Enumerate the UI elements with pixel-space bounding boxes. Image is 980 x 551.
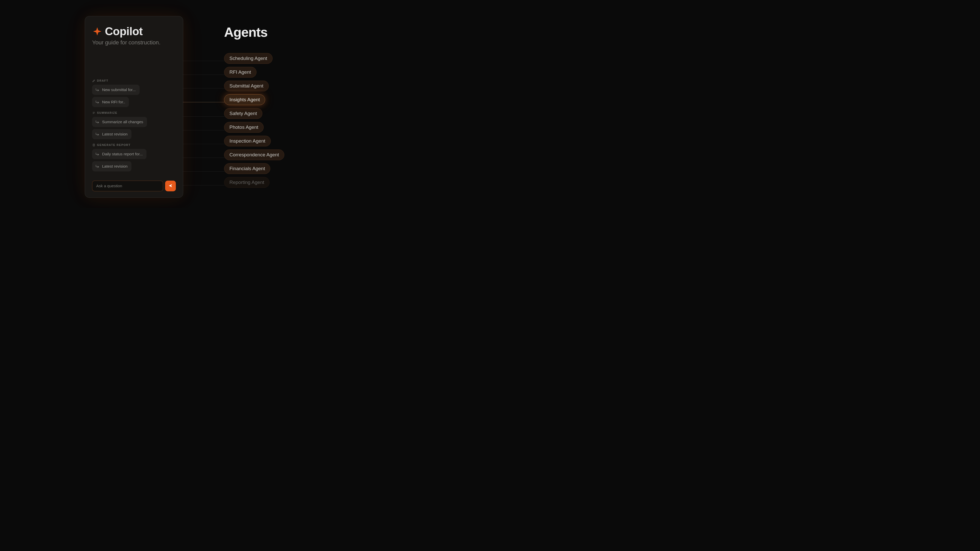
- suggestion-chips-summarize: Summarize all changes Latest revision: [92, 117, 176, 139]
- reply-arrow-icon: [95, 88, 100, 92]
- document-icon: [92, 143, 95, 146]
- agent-photos-agent[interactable]: Photos Agent: [224, 122, 264, 133]
- list-icon: [92, 111, 95, 114]
- agent-reporting-agent[interactable]: Reporting Agent: [224, 177, 269, 188]
- suggestion-daily-status-report[interactable]: Daily status report for...: [92, 149, 146, 159]
- copilot-logo-icon: [92, 26, 102, 37]
- section-label-text: DRAFT: [97, 79, 108, 82]
- copilot-title-row: Copilot: [92, 25, 176, 38]
- reply-arrow-icon: [95, 164, 100, 168]
- agent-scheduling-agent[interactable]: Scheduling Agent: [224, 53, 272, 64]
- pencil-icon: [92, 79, 95, 82]
- section-label-draft: DRAFT: [92, 79, 176, 82]
- send-icon: [168, 183, 173, 189]
- suggestion-sections: DRAFT New submittal for... New RFI for..: [92, 79, 176, 191]
- chip-text: Latest revision: [102, 164, 127, 168]
- connector-line: [183, 88, 224, 89]
- connector-line: [183, 185, 224, 186]
- send-button[interactable]: [165, 181, 176, 191]
- question-input[interactable]: [92, 181, 163, 191]
- suggestion-latest-revision-report[interactable]: Latest revision: [92, 161, 131, 171]
- chip-text: Latest revision: [102, 132, 127, 137]
- copilot-title: Copilot: [105, 25, 143, 38]
- suggestion-new-rfi[interactable]: New RFI for..: [92, 97, 129, 107]
- copilot-panel: Copilot Your guide for construction. DRA…: [85, 16, 183, 198]
- connector-line: [183, 130, 224, 130]
- connector-line: [183, 116, 224, 117]
- section-summarize: SUMMARIZE Summarize all changes Latest r…: [92, 111, 176, 139]
- agent-rfi-agent[interactable]: RFI Agent: [224, 67, 256, 78]
- reply-arrow-icon: [95, 152, 100, 156]
- section-label-text: GENERATE REPORT: [97, 143, 130, 146]
- section-label-generate-report: GENERATE REPORT: [92, 143, 176, 146]
- suggestion-new-submittal[interactable]: New submittal for...: [92, 85, 140, 95]
- connector-line-highlighted: [183, 102, 224, 102]
- agent-safety-agent[interactable]: Safety Agent: [224, 108, 262, 119]
- agents-title: Agents: [224, 24, 284, 40]
- agent-list: Scheduling AgentRFI AgentSubmittal Agent…: [224, 53, 284, 188]
- reply-arrow-icon: [95, 120, 100, 124]
- copilot-subtitle: Your guide for construction.: [92, 39, 176, 46]
- suggestion-summarize-changes[interactable]: Summarize all changes: [92, 117, 147, 127]
- input-row: [92, 181, 176, 191]
- reply-arrow-icon: [95, 100, 100, 104]
- suggestion-latest-revision[interactable]: Latest revision: [92, 129, 131, 139]
- chip-text: New submittal for...: [102, 87, 136, 92]
- agent-correspondence-agent[interactable]: Correspondence Agent: [224, 149, 284, 160]
- suggestion-chips-draft: New submittal for... New RFI for..: [92, 85, 176, 107]
- section-label-text: SUMMARIZE: [97, 111, 118, 114]
- agent-inspection-agent[interactable]: Inspection Agent: [224, 136, 271, 146]
- section-label-summarize: SUMMARIZE: [92, 111, 176, 114]
- section-generate-report: GENERATE REPORT Daily status report for.…: [92, 143, 176, 171]
- agent-insights-agent[interactable]: Insights Agent: [224, 94, 265, 105]
- suggestion-chips-report: Daily status report for... Latest revisi…: [92, 149, 176, 171]
- connector-line: [183, 75, 224, 75]
- connector-lines: [183, 61, 224, 189]
- agent-financials-agent[interactable]: Financials Agent: [224, 163, 270, 174]
- copilot-header: Copilot Your guide for construction.: [92, 25, 176, 46]
- connector-line: [183, 144, 224, 144]
- chip-text: Daily status report for...: [102, 152, 143, 156]
- reply-arrow-icon: [95, 132, 100, 136]
- section-draft: DRAFT New submittal for... New RFI for..: [92, 79, 176, 107]
- chip-text: Summarize all changes: [102, 120, 143, 124]
- agent-submittal-agent[interactable]: Submittal Agent: [224, 81, 269, 91]
- chip-text: New RFI for..: [102, 100, 125, 104]
- agents-section: Agents Scheduling AgentRFI AgentSubmitta…: [224, 24, 284, 188]
